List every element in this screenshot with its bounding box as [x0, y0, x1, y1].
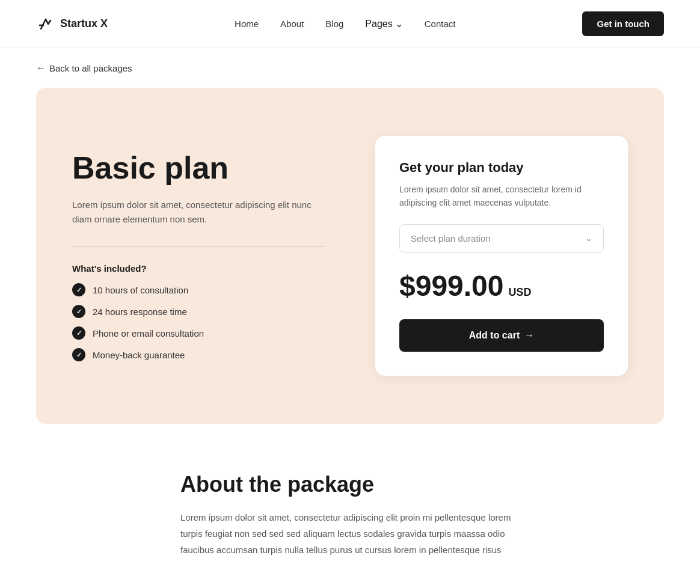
nav-pages[interactable]: Pages ⌄ [365, 18, 402, 29]
divider [72, 246, 325, 247]
list-item: 24 hours response time [72, 305, 325, 318]
select-plan-duration[interactable]: Select plan duration ⌄ [399, 224, 604, 253]
price-currency: USD [509, 286, 532, 299]
plan-card: Get your plan today Lorem ipsum dolor si… [375, 136, 628, 376]
chevron-down-icon: ⌄ [585, 233, 592, 243]
check-icon [72, 348, 85, 361]
check-icon [72, 305, 85, 318]
price-row: $999.00 USD [399, 269, 604, 302]
nav-links: Home About Blog Pages ⌄ Contact [235, 18, 455, 29]
about-text: Lorem ipsum dolor sit amet, consectetur … [180, 509, 520, 558]
navbar: Startux X Home About Blog Pages ⌄ Contac… [0, 0, 700, 48]
hero-left: Basic plan Lorem ipsum dolor sit amet, c… [72, 150, 325, 361]
list-item: Money-back guarantee [72, 348, 325, 361]
logo-text: Startux X [60, 17, 108, 30]
nav-home[interactable]: Home [235, 19, 259, 29]
card-description: Lorem ipsum dolor sit amet, consectetur … [399, 183, 604, 210]
arrow-left-icon: ← [36, 63, 46, 73]
list-item: 10 hours of consultation [72, 283, 325, 296]
features-list: 10 hours of consultation 24 hours respon… [72, 283, 325, 361]
breadcrumb: ← Back to all packages [0, 48, 700, 88]
plan-description: Lorem ipsum dolor sit amet, consectetur … [72, 198, 325, 227]
check-icon [72, 326, 85, 340]
about-section: About the package Lorem ipsum dolor sit … [0, 424, 700, 588]
get-in-touch-button[interactable]: Get in touch [582, 11, 664, 36]
whats-included-label: What's included? [72, 263, 325, 274]
plan-title: Basic plan [72, 150, 325, 186]
nav-contact[interactable]: Contact [425, 19, 456, 29]
about-title: About the package [180, 472, 520, 497]
chevron-down-icon: ⌄ [395, 18, 403, 29]
hero-section: Basic plan Lorem ipsum dolor sit amet, c… [36, 88, 664, 424]
arrow-right-icon: → [524, 330, 534, 341]
back-to-packages-link[interactable]: ← Back to all packages [36, 63, 132, 73]
logo-icon [36, 14, 55, 34]
card-title: Get your plan today [399, 160, 604, 176]
select-placeholder: Select plan duration [411, 233, 491, 243]
add-to-cart-button[interactable]: Add to cart → [399, 319, 604, 352]
list-item: Phone or email consultation [72, 326, 325, 340]
logo[interactable]: Startux X [36, 14, 108, 34]
nav-blog[interactable]: Blog [325, 19, 343, 29]
nav-about[interactable]: About [280, 19, 304, 29]
check-icon [72, 283, 85, 296]
price-amount: $999.00 [399, 269, 504, 302]
